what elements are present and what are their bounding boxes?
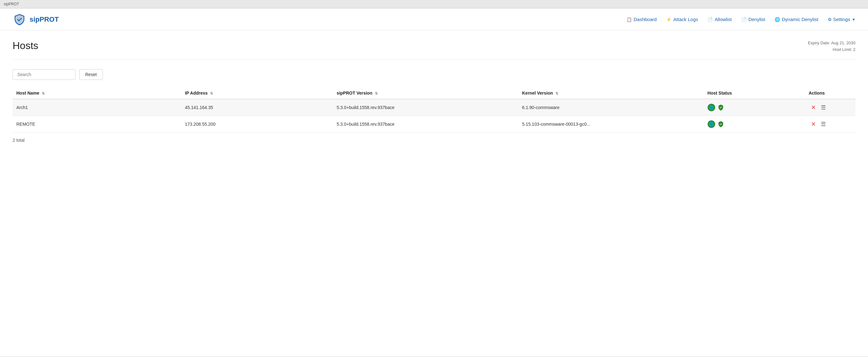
sort-kernel-icon[interactable]: ⇅ [555,92,558,96]
table-row: Arch1 45.141.164.35 5.3.0+build.1558.rev… [12,99,856,116]
sort-hostname-icon[interactable]: ⇅ [42,92,45,96]
nav-allowlist[interactable]: 📄 Allowlist [707,15,732,23]
status-icons-0: 🌐 [708,104,801,111]
hosts-table: Host Name ⇅ IP Address ⇅ sipPROT Version… [12,87,856,133]
delete-button-1[interactable]: ✕ [809,121,818,128]
cell-hostname-1: REMOTE [12,116,181,132]
page-content: Hosts Expiry Date: Aug 21, 2030 Host Lim… [0,31,868,152]
logo-area[interactable]: sipPROT [12,12,59,26]
denylist-icon: 📄 [741,17,747,22]
cell-status-0: 🌐 [704,99,805,116]
attack-logs-icon: ⚡ [666,17,672,22]
sort-ip-icon[interactable]: ⇅ [210,92,213,96]
nav-dynamic-denylist[interactable]: 🌐 Dynamic Denylist [775,15,818,23]
col-header-hostname: Host Name ⇅ [12,87,181,99]
logo-text: sipPROT [30,15,59,24]
col-header-actions: Actions [805,87,856,99]
online-status-icon-1: 🌐 [708,120,715,128]
cell-version-1: 5.3.0+build.1558.rev.937bace [333,116,518,132]
online-status-icon-0: 🌐 [708,104,715,111]
page-title: Hosts [12,40,38,52]
controls: Reset [12,69,856,80]
browser-tab: sipPROT [0,0,868,8]
settings-icon: ⚙ [828,17,832,22]
nav-denylist[interactable]: 📄 Denylist [741,15,765,23]
col-header-status: Host Status [704,87,805,99]
cell-version-0: 5.3.0+build.1558.rev.937bace [333,99,518,116]
col-header-version: sipPROT Version ⇅ [333,87,518,99]
reset-button[interactable]: Reset [79,69,103,80]
menu-button-1[interactable]: ☰ [818,121,828,128]
dashboard-icon: 📋 [626,17,632,22]
cell-kernel-1: 5.15.103-commsware-00013-gc0... [518,116,704,132]
table-body: Arch1 45.141.164.35 5.3.0+build.1558.rev… [12,99,856,133]
menu-button-0[interactable]: ☰ [818,104,828,111]
protected-status-icon-0 [717,104,724,111]
cell-actions-1: ✕ ☰ [805,116,856,132]
protected-status-icon-1 [717,120,724,128]
navbar: sipPROT 📋 Dashboard ⚡ Attack Logs 📄 Allo… [0,8,868,31]
nav-links: 📋 Dashboard ⚡ Attack Logs 📄 Allowlist 📄 … [626,15,856,23]
cell-status-1: 🌐 [704,116,805,132]
cell-kernel-0: 6.1.90-commsware [518,99,704,116]
logo-icon [12,12,26,26]
settings-chevron-icon: ▼ [852,18,856,21]
total-count: 2 total [12,138,856,143]
license-info: Expiry Date: Aug 21, 2030 Host Limit: 2 [808,40,856,53]
cell-actions-0: ✕ ☰ [805,99,856,116]
table-row: REMOTE 173.208.55.200 5.3.0+build.1558.r… [12,116,856,132]
col-header-kernel: Kernel Version ⇅ [518,87,704,99]
dynamic-denylist-icon: 🌐 [775,17,780,22]
delete-button-0[interactable]: ✕ [809,104,818,111]
table-header: Host Name ⇅ IP Address ⇅ sipPROT Version… [12,87,856,99]
search-input[interactable] [12,69,75,80]
sort-version-icon[interactable]: ⇅ [375,92,378,96]
nav-attack-logs[interactable]: ⚡ Attack Logs [666,15,698,23]
host-limit: Host Limit: 2 [808,46,856,53]
expiry-date: Expiry Date: Aug 21, 2030 [808,40,856,46]
cell-hostname-0: Arch1 [12,99,181,116]
nav-dashboard[interactable]: 📋 Dashboard [626,15,657,23]
nav-settings[interactable]: ⚙ Settings ▼ [828,15,856,23]
cell-ip-1: 173.208.55.200 [181,116,333,132]
cell-ip-0: 45.141.164.35 [181,99,333,116]
status-icons-1: 🌐 [708,120,801,128]
allowlist-icon: 📄 [707,17,713,22]
page-header: Hosts Expiry Date: Aug 21, 2030 Host Lim… [12,40,856,60]
col-header-ip: IP Address ⇅ [181,87,333,99]
